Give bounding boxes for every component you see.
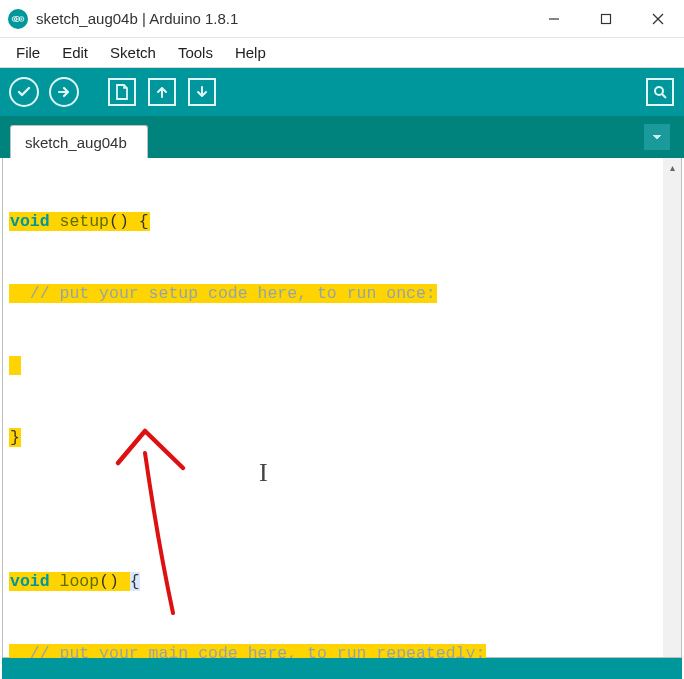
arrow-down-icon [195,84,209,100]
maximize-button[interactable] [580,0,632,38]
svg-point-9 [655,87,663,95]
check-icon [16,84,32,100]
new-sketch-button[interactable] [106,76,138,108]
tab-strip: sketch_aug04b [0,116,684,158]
title-bar: sketch_aug04b | Arduino 1.8.1 [0,0,684,38]
tab-sketch[interactable]: sketch_aug04b [10,125,148,159]
serial-monitor-button[interactable] [644,76,676,108]
code-empty [9,498,675,522]
open-sketch-button[interactable] [146,76,178,108]
code-comment: // put your setup code here, to run once… [9,284,437,303]
arduino-logo-icon [8,9,28,29]
code-brace: } [9,428,21,447]
tab-menu-button[interactable] [644,124,670,150]
menu-tools[interactable]: Tools [168,40,223,65]
minimize-button[interactable] [528,0,580,38]
code-fn: loop [50,572,100,591]
code-text: () [99,572,129,591]
menu-sketch[interactable]: Sketch [100,40,166,65]
close-button[interactable] [632,0,684,38]
arrow-up-icon [155,84,169,100]
menu-help[interactable]: Help [225,40,276,65]
menu-bar: File Edit Sketch Tools Help [0,38,684,68]
toolbar [0,68,684,116]
search-icon [652,84,668,100]
code-text: () { [109,212,149,231]
editor-area[interactable]: void setup() { // put your setup code he… [2,158,682,658]
svg-line-10 [662,94,666,98]
save-sketch-button[interactable] [186,76,218,108]
arrow-right-icon [56,84,72,100]
status-bar [2,658,682,679]
code-editor[interactable]: void setup() { // put your setup code he… [3,158,681,679]
code-blank [9,356,21,375]
file-icon [115,84,129,100]
verify-button[interactable] [8,76,40,108]
menu-file[interactable]: File [6,40,50,65]
scroll-up-icon[interactable]: ▴ [663,158,681,176]
code-keyword: void [10,212,50,231]
menu-edit[interactable]: Edit [52,40,98,65]
upload-button[interactable] [48,76,80,108]
code-fn: setup [50,212,109,231]
chevron-down-icon [651,131,663,143]
vertical-scrollbar[interactable]: ▴ [663,158,681,657]
window-title: sketch_aug04b | Arduino 1.8.1 [36,10,238,27]
svg-rect-6 [602,14,611,23]
code-keyword: void [10,572,50,591]
code-matched-brace: { [130,572,140,591]
